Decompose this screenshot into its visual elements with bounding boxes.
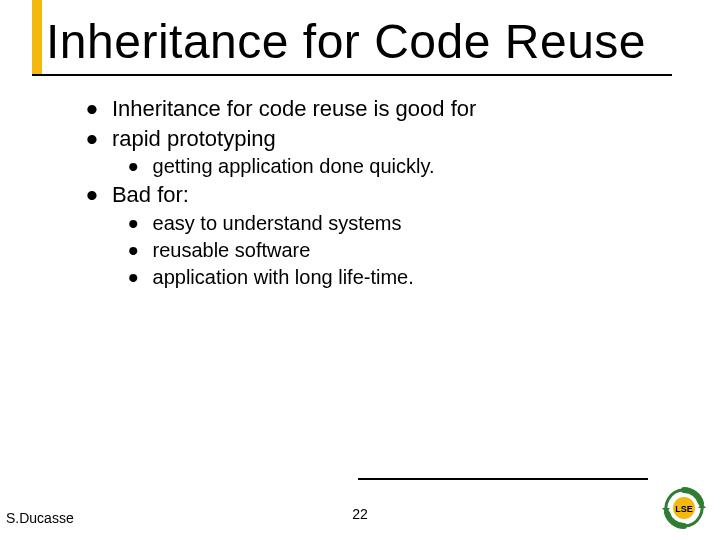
bullet-item: • rapid prototyping xyxy=(86,124,646,154)
content-area: • Inheritance for code reuse is good for… xyxy=(86,94,646,291)
bullet-item: • Inheritance for code reuse is good for xyxy=(86,94,646,124)
bullet-text: application with long life-time. xyxy=(153,264,414,291)
bullet-item: • Bad for: xyxy=(86,180,646,210)
bullet-text: easy to understand systems xyxy=(153,210,402,237)
slide: Inheritance for Code Reuse • Inheritance… xyxy=(0,0,720,540)
bullet-text: getting application done quickly. xyxy=(153,153,435,180)
bullet-icon: • xyxy=(128,243,139,260)
title-underline xyxy=(32,74,672,76)
logo-label: LSE xyxy=(675,504,693,514)
bullet-icon: • xyxy=(86,130,98,149)
bullet-icon: • xyxy=(128,270,139,287)
bullet-item: • application with long life-time. xyxy=(128,264,646,291)
footer-page-number: 22 xyxy=(0,506,720,522)
accent-bar xyxy=(32,0,42,76)
bullet-item: • easy to understand systems xyxy=(128,210,646,237)
bullet-text: Inheritance for code reuse is good for xyxy=(112,94,476,124)
bullet-text: Bad for: xyxy=(112,180,189,210)
footer-divider xyxy=(358,478,648,480)
bullet-text: reusable software xyxy=(153,237,311,264)
lse-logo-icon: LSE xyxy=(662,486,706,530)
bullet-icon: • xyxy=(128,159,139,176)
sub-list: • getting application done quickly. xyxy=(128,153,646,180)
slide-title: Inheritance for Code Reuse xyxy=(46,14,646,69)
bullet-icon: • xyxy=(86,100,98,119)
bullet-text: rapid prototyping xyxy=(112,124,276,154)
sub-list: • easy to understand systems • reusable … xyxy=(128,210,646,291)
bullet-item: • getting application done quickly. xyxy=(128,153,646,180)
bullet-icon: • xyxy=(86,186,98,205)
bullet-item: • reusable software xyxy=(128,237,646,264)
bullet-icon: • xyxy=(128,216,139,233)
